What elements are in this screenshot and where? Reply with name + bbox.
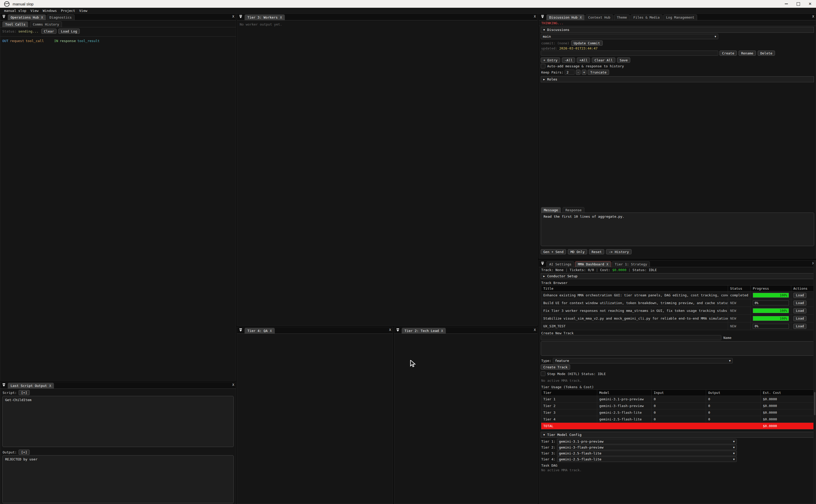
- create-track-row: Create Track: [541, 364, 570, 370]
- tab-tier4-qa[interactable]: Tier 4: QAX: [245, 328, 275, 334]
- dock-menu-icon[interactable]: [2, 383, 6, 387]
- dock-menu-icon[interactable]: [541, 262, 545, 266]
- tab-message[interactable]: Message: [541, 207, 561, 213]
- menu-windows[interactable]: Windows: [41, 9, 59, 13]
- tab-close-icon[interactable]: X: [280, 16, 282, 19]
- mma-dashboard-panel: AI Settings MMA DashboardX Tier 1: Strat…: [539, 260, 816, 504]
- script-textarea[interactable]: Get-ChildItem: [2, 396, 234, 447]
- menu-manual-slop[interactable]: manual slop: [2, 9, 28, 13]
- panel-close-icon[interactable]: X: [232, 383, 234, 387]
- tab-context-hub[interactable]: Context Hub: [585, 14, 613, 20]
- discussion-name-input[interactable]: [541, 51, 718, 56]
- load-button[interactable]: Load: [793, 300, 806, 306]
- new-track-name-input[interactable]: [541, 335, 721, 340]
- output-expand-button[interactable]: [+]: [19, 450, 30, 455]
- load-button[interactable]: Load: [793, 308, 806, 313]
- tab-diagnostics[interactable]: Diagnostics: [47, 14, 75, 20]
- dock-menu-icon[interactable]: [239, 15, 243, 19]
- maximize-button[interactable]: [792, 0, 804, 8]
- keep-pairs-plus-button[interactable]: +: [582, 70, 586, 75]
- panel-close-icon[interactable]: X: [389, 328, 391, 332]
- message-textarea[interactable]: Read the first 10 lines of aggregate.py.: [541, 213, 814, 246]
- create-track-button[interactable]: Create Track: [541, 364, 570, 370]
- load-button[interactable]: Load: [793, 324, 806, 329]
- dock-menu-icon[interactable]: [541, 15, 545, 19]
- step-mode-checkbox[interactable]: [541, 371, 545, 376]
- clear-all-button[interactable]: Clear All: [592, 58, 615, 63]
- reset-button[interactable]: Reset: [589, 249, 604, 254]
- update-commit-button[interactable]: Update Commit: [571, 40, 603, 46]
- discussions-header[interactable]: ▼ Discussions: [541, 27, 814, 33]
- discussion-select[interactable]: main ▼: [541, 34, 718, 39]
- panel-close-icon[interactable]: X: [534, 14, 536, 18]
- save-button[interactable]: Save: [617, 58, 630, 63]
- to-history-button[interactable]: -> History: [606, 249, 631, 254]
- track-type-select[interactable]: feature ▼: [553, 358, 733, 363]
- panel-close-icon[interactable]: X: [534, 328, 536, 332]
- tab-close-icon[interactable]: X: [49, 384, 51, 388]
- new-track-description-textarea[interactable]: [541, 341, 814, 356]
- keep-pairs-minus-button[interactable]: -: [576, 70, 580, 75]
- conductor-setup-header[interactable]: ▶ Conductor Setup: [541, 273, 814, 279]
- add-entry-button[interactable]: + Entry: [541, 58, 560, 63]
- tab-last-script-output[interactable]: Last Script OutputX: [8, 383, 54, 388]
- rename-button[interactable]: Rename: [739, 51, 756, 56]
- tier-model-config-header[interactable]: ▼ Tier Model Config: [541, 432, 814, 438]
- gen-send-button[interactable]: Gen + Send: [541, 249, 566, 254]
- discussion-actions: Create Rename Delete: [720, 51, 775, 56]
- clear-button[interactable]: Clear: [41, 29, 56, 34]
- track-value: None: [555, 268, 563, 272]
- keep-pairs-input[interactable]: 2: [565, 70, 575, 75]
- tab-operations-hub[interactable]: Operations HubX: [8, 14, 46, 20]
- script-expand-button[interactable]: [+]: [19, 390, 30, 395]
- panel-close-icon[interactable]: X: [812, 14, 814, 18]
- tab-close-icon[interactable]: X: [270, 329, 272, 333]
- minus-all-button[interactable]: -All: [562, 58, 575, 63]
- minimize-button[interactable]: [780, 0, 792, 8]
- menu-view-2[interactable]: View: [77, 9, 89, 13]
- tab-tool-calls[interactable]: Tool Calls: [2, 21, 28, 27]
- tab-log-management[interactable]: Log Management: [663, 14, 697, 20]
- create-button[interactable]: Create: [720, 51, 737, 56]
- tab-tier2-tech-lead[interactable]: Tier 2: Tech LeadX: [402, 328, 446, 334]
- tab-tier3-workers[interactable]: Tier 3: WorkersX: [245, 14, 285, 20]
- load-button[interactable]: Load: [793, 316, 806, 321]
- tab-response[interactable]: Response: [563, 207, 585, 213]
- cost-value: $0.0000: [612, 268, 626, 272]
- roles-header[interactable]: ▶ Roles: [541, 76, 814, 82]
- menu-view[interactable]: View: [28, 9, 41, 13]
- tier2-model-select[interactable]: gemini-3-flash-preview ▼: [557, 445, 737, 450]
- close-button[interactable]: ✕: [804, 0, 816, 8]
- tab-discussion-hub[interactable]: Discussion HubX: [546, 14, 585, 20]
- dock-menu-icon[interactable]: [2, 15, 6, 19]
- tab-ai-settings[interactable]: AI Settings: [546, 261, 574, 267]
- dock-menu-icon[interactable]: [396, 328, 400, 332]
- scrollbar[interactable]: [813, 261, 816, 504]
- dock-menu-icon[interactable]: [239, 328, 243, 332]
- task-dag-label: Task DAG: [541, 464, 558, 467]
- tab-close-icon[interactable]: X: [607, 263, 608, 266]
- delete-button[interactable]: Delete: [758, 51, 775, 56]
- output-textarea[interactable]: REJECTED by user: [2, 455, 234, 503]
- tab-mma-dashboard[interactable]: MMA DashboardX: [575, 261, 611, 267]
- scrollbar-thumb[interactable]: [814, 392, 815, 415]
- truncate-button[interactable]: Truncate: [588, 70, 609, 75]
- load-button[interactable]: Load: [793, 293, 806, 298]
- tier3-model-select[interactable]: gemini-2.5-flash-lite ▼: [557, 451, 737, 456]
- md-only-button[interactable]: MD Only: [568, 249, 587, 254]
- plus-all-button[interactable]: +All: [577, 58, 590, 63]
- tab-tier1-strategy[interactable]: Tier 1: Strategy: [612, 261, 650, 267]
- tab-close-icon[interactable]: X: [41, 16, 43, 19]
- menu-project[interactable]: Project: [59, 9, 77, 13]
- tier1-model-select[interactable]: gemini-3.1-pro-preview ▼: [557, 439, 737, 444]
- tab-files-media[interactable]: Files & Media: [631, 14, 663, 20]
- auto-add-checkbox[interactable]: [541, 64, 545, 68]
- tab-close-icon[interactable]: X: [580, 16, 582, 19]
- panel-close-icon[interactable]: X: [232, 14, 234, 18]
- tab-comms-history[interactable]: Comms History: [30, 21, 62, 27]
- commit-row: commit: (none) Update Commit: [541, 40, 603, 46]
- tab-theme[interactable]: Theme: [614, 14, 630, 20]
- load-log-button[interactable]: Load Log: [58, 29, 80, 34]
- tab-close-icon[interactable]: X: [441, 329, 443, 333]
- tier4-model-select[interactable]: gemini-2.5-flash-lite ▼: [557, 457, 737, 462]
